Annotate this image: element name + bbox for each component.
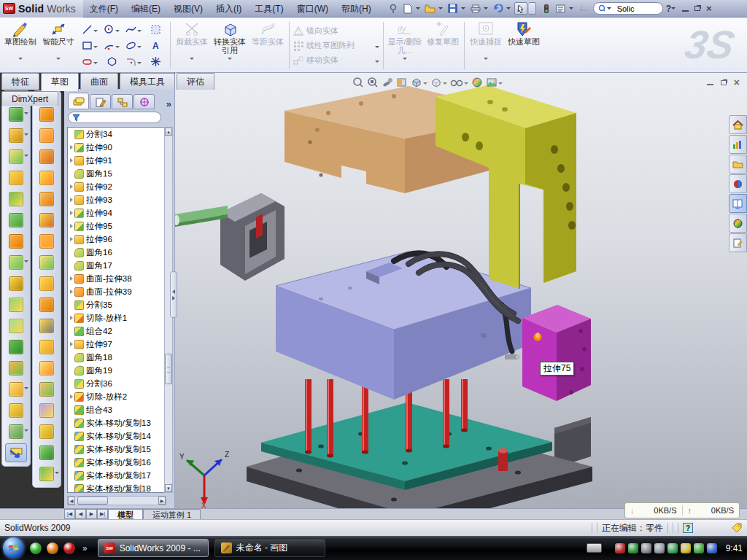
toolbar-icon[interactable] [9,298,23,312]
options-caret-icon[interactable] [569,7,573,9]
zoom-area-icon[interactable] [367,77,379,88]
feature-tree-item[interactable]: 实体-移动/复制16 [68,456,164,469]
hide-show-caret-icon[interactable] [464,82,468,85]
keyboard-layout-icon[interactable] [587,543,602,553]
save-icon[interactable] [446,2,460,15]
network-speed-widget[interactable]: ↓0KB/S ↑0KB/S [624,502,740,518]
design-library-tab[interactable] [729,135,747,154]
doc-minimize-button[interactable] [707,79,713,85]
toolbar-icon[interactable] [9,340,23,354]
arc-tool[interactable] [101,38,123,54]
new-document-icon[interactable] [401,2,414,15]
fillet-caret-icon[interactable] [137,62,142,64]
menu-item[interactable]: 文件(F) [83,4,125,14]
ellipse-tool[interactable] [123,38,144,54]
3d-red-cylinder[interactable] [498,448,508,472]
pin-icon[interactable] [387,2,400,15]
feature-tree-item[interactable]: 切除-放样2 [68,390,164,403]
feature-tree-item[interactable]: 圆角18 [68,351,164,364]
feature-tree-item[interactable]: 曲面-拉伸39 [68,285,164,298]
feature-label[interactable]: 切除-放样2 [86,392,127,402]
feature-label[interactable]: 曲面-拉伸39 [86,287,132,298]
expand-arrow-icon[interactable] [68,237,74,241]
feature-tree-item[interactable]: 拉伸92 [68,180,164,193]
feature-tree-item[interactable]: 拉伸90 [68,141,164,154]
feature-tree-list[interactable]: 分割34拉伸90拉伸91圆角15拉伸92拉伸93拉伸94拉伸95拉伸96圆角16… [67,127,165,493]
panel-overflow-chevron[interactable]: » [166,98,171,109]
open-caret-icon[interactable] [438,7,443,9]
command-tab-6[interactable]: DimXpert [1,91,58,106]
feature-label[interactable]: 圆角17 [86,260,112,271]
network-phone-tray-icon[interactable] [667,543,678,553]
feature-label[interactable]: 组合42 [86,326,112,337]
doc-close-button[interactable]: × [734,79,740,86]
menu-item[interactable]: 编辑(E) [125,4,167,14]
wireless-warning-tray-icon[interactable] [681,543,691,553]
feature-tree-item[interactable]: 实体-移动/复制13 [68,416,164,429]
menu-item[interactable]: 帮助(H) [335,4,378,14]
toolbar-icon[interactable] [39,467,54,481]
taskbar-button[interactable]: SWSolidWorks 2009 - ... [98,539,209,557]
feature-label[interactable]: 拉伸97 [86,339,112,350]
scroll-up-button[interactable]: ▲ [165,128,172,136]
zoom-magnify-icon[interactable] [382,77,393,88]
menu-item[interactable]: 插入(I) [209,4,248,14]
rectangle-caret-icon[interactable] [93,46,98,48]
toolbar-flyout-caret-icon[interactable] [24,429,28,432]
toolbar-flyout-caret-icon[interactable] [24,112,28,114]
toolbar-icon[interactable] [39,276,54,291]
undo-caret-icon[interactable] [506,7,511,9]
feature-label[interactable]: 曲面-拉伸38 [86,273,132,284]
toolbar-icon[interactable] [39,403,54,418]
next-tab-button[interactable]: ▶ [86,509,97,519]
tree-filter-box[interactable] [68,112,161,123]
scroll-down-button[interactable]: ▼ [165,484,172,492]
feature-tree-item[interactable]: 拉伸93 [68,193,164,206]
solidworks-quicklaunch-icon[interactable] [63,542,75,554]
vertical-scroll-thumb[interactable] [165,354,172,384]
feature-label[interactable]: 拉伸96 [86,234,112,245]
appearances-tab[interactable] [729,214,747,233]
toolbar-icon[interactable] [9,255,23,270]
options-icon[interactable] [554,2,568,15]
new-caret-icon[interactable] [416,7,420,9]
feature-label[interactable]: 实体-移动/复制16 [86,457,151,468]
feature-tree-item[interactable]: 实体-移动/复制17 [68,469,164,482]
prev-tab-button[interactable]: ◀ [75,509,86,519]
feature-label[interactable]: 圆角18 [86,352,112,363]
launcher-quicklaunch-icon[interactable] [47,542,58,554]
circle-tool[interactable] [101,22,123,38]
help-button[interactable]: ? [666,4,671,14]
slot-caret-icon[interactable] [93,62,98,64]
feature-label[interactable]: 拉伸94 [86,208,112,219]
sketch-draw-button[interactable]: 草图绘制 [1,19,39,72]
custom-properties-tab[interactable] [729,233,747,252]
file-explorer-tab[interactable] [729,155,747,174]
feature-label[interactable]: 实体-移动/复制17 [86,470,151,481]
search-input[interactable] [616,4,658,14]
display-style-icon[interactable] [430,77,447,88]
property-manager-tab[interactable] [90,94,111,109]
feature-label[interactable]: 实体-移动/复制18 [86,483,151,494]
command-tab-1[interactable]: 特征 [1,73,39,90]
search-caret-icon[interactable] [607,7,611,9]
apply-scene-caret-icon[interactable] [498,82,503,85]
feature-tree-item[interactable]: 拉伸94 [68,206,164,219]
line-caret-icon[interactable] [93,30,98,32]
zoom-fit-icon[interactable] [352,77,364,88]
expand-arrow-icon[interactable] [68,198,74,202]
select-region-tool[interactable] [144,22,166,38]
volume-tray-icon[interactable] [654,543,665,553]
horizontal-scroll-thumb[interactable] [77,497,108,505]
toolbar-icon[interactable] [9,128,23,143]
3d-model-scene[interactable]: Y Z X [175,73,747,508]
doc-tab-1[interactable]: 模型 [108,509,143,519]
toolbar-icon[interactable] [9,149,23,164]
panel-splitter-handle[interactable] [170,271,177,318]
ellipse-caret-icon[interactable] [137,46,142,48]
expand-arrow-icon[interactable] [68,184,74,189]
circle-caret-icon[interactable] [115,30,120,32]
feature-label[interactable]: 实体-移动/复制14 [86,431,151,442]
first-tab-button[interactable]: |◀ [64,509,75,519]
toolbar-icon[interactable] [9,171,23,185]
